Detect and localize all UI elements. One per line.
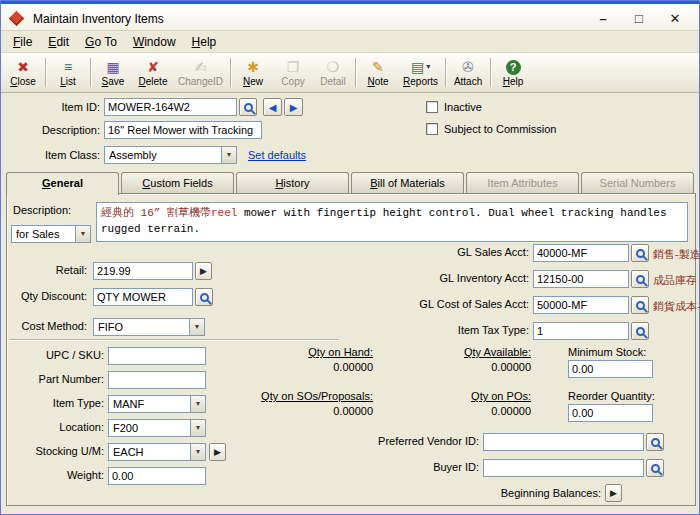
toolbar-separator	[490, 58, 491, 87]
menu-go-to[interactable]: Go To	[77, 32, 125, 52]
stocking-um-label: Stocking U/M:	[1, 445, 104, 457]
tab-general[interactable]: General	[6, 172, 119, 195]
qty-available-label[interactable]: Qty Available:	[413, 346, 531, 358]
retail-input[interactable]	[93, 262, 193, 280]
copy-label: Copy	[281, 76, 304, 87]
location-value: F200	[113, 422, 188, 434]
save-button[interactable]: ▦ Save	[93, 54, 133, 91]
arrow-icon: ▶	[214, 447, 221, 457]
close-button[interactable]: ✖ Close	[3, 54, 43, 91]
part-number-label: Part Number:	[1, 373, 104, 385]
subject-to-commission-label[interactable]: Subject to Commission	[444, 123, 557, 135]
minimize-button[interactable]: –	[587, 9, 619, 29]
minimum-stock-label: Minimum Stock:	[568, 346, 646, 358]
dropdown-arrow-icon[interactable]: ▼	[190, 396, 205, 412]
help-icon: ?	[506, 60, 521, 75]
item-type-select[interactable]: MANF ▼	[108, 395, 206, 413]
tab-custom-fields[interactable]: Custom Fields	[121, 172, 234, 193]
menu-window[interactable]: Window	[125, 32, 184, 52]
item-id-lookup-button[interactable]	[239, 98, 257, 116]
dropdown-arrow-icon[interactable]: ▼	[190, 420, 205, 436]
close-label: Close	[10, 76, 36, 87]
tab-history[interactable]: History	[236, 172, 349, 193]
maximize-button[interactable]: □	[623, 9, 655, 29]
qty-discount-input[interactable]	[93, 288, 193, 306]
next-record-button[interactable]: ▶	[284, 98, 303, 116]
item-description-textarea[interactable]: 經典的 16” 割草機帶reel mower with fingertip he…	[96, 202, 688, 242]
set-defaults-link[interactable]: Set defaults	[248, 149, 306, 161]
app-icon[interactable]	[9, 11, 25, 27]
gl-sales-acct-lookup-button[interactable]	[631, 244, 649, 262]
dropdown-arrow-icon[interactable]: ▼	[75, 226, 90, 242]
location-select[interactable]: F200 ▼	[108, 419, 206, 437]
cost-method-select[interactable]: FIFO ▼	[93, 318, 205, 336]
item-id-label: Item ID:	[3, 101, 100, 113]
menu-edit[interactable]: Edit	[40, 32, 77, 52]
qty-on-sos-proposals-label[interactable]: Qty on SOs/Proposals:	[235, 390, 373, 402]
qty-discount-lookup-button[interactable]	[195, 288, 213, 306]
description-mode-value: for Sales	[16, 228, 73, 240]
copy-button: ❐ Copy	[273, 54, 313, 91]
gl-sales-acct-input[interactable]	[533, 244, 629, 262]
item-id-input[interactable]	[104, 98, 237, 116]
minimum-stock-input[interactable]	[568, 360, 653, 378]
gl-inventory-acct-input[interactable]	[533, 270, 629, 288]
delete-icon: ✘	[147, 59, 159, 75]
subject-to-commission-checkbox[interactable]	[426, 123, 438, 135]
help-button[interactable]: ? Help	[493, 54, 533, 91]
delete-label: Delete	[139, 76, 168, 87]
dropdown-arrow-icon[interactable]: ▼	[189, 319, 204, 335]
toolbar-separator	[45, 58, 46, 87]
weight-input[interactable]	[108, 467, 206, 485]
arrow-icon: ▶	[610, 488, 617, 498]
beginning-balances-button[interactable]: ▶	[605, 484, 622, 502]
inactive-checkbox[interactable]	[426, 101, 438, 113]
new-label: New	[243, 76, 263, 87]
new-button[interactable]: ✱ New	[233, 54, 273, 91]
gl-cost-of-sales-acct-label: GL Cost of Sales Acct:	[377, 298, 529, 310]
reorder-quantity-input[interactable]	[568, 404, 653, 422]
stocking-um-select[interactable]: EACH ▼	[108, 443, 206, 461]
list-button[interactable]: ≡ List	[48, 54, 88, 91]
preferred-vendor-id-input[interactable]	[483, 433, 644, 451]
header-description-input[interactable]	[104, 121, 262, 139]
upc-sku-input[interactable]	[108, 347, 206, 365]
save-icon: ▦	[106, 59, 119, 75]
attach-label: Attach	[454, 76, 482, 87]
buyer-id-input[interactable]	[483, 459, 644, 477]
attach-button[interactable]: ✇ Attach	[448, 54, 488, 91]
tab-serial-numbers: Serial Numbers	[581, 172, 694, 193]
gl-inventory-acct-lookup-button[interactable]	[631, 270, 649, 288]
menu-help[interactable]: Help	[184, 32, 225, 52]
next-record-icon: ▶	[290, 102, 298, 113]
qty-on-hand-label[interactable]: Qty on Hand:	[255, 346, 373, 358]
reports-button[interactable]: ▤▾ Reports	[398, 54, 443, 91]
item-class-select[interactable]: Assembly ▼	[104, 146, 237, 164]
reorder-quantity-label: Reorder Quantity:	[568, 390, 655, 402]
dropdown-arrow-icon[interactable]: ▼	[190, 444, 205, 460]
dropdown-arrow-icon[interactable]: ▼	[221, 147, 236, 163]
gl-inventory-acct-description: 成品庫存	[653, 273, 697, 288]
detail-icon: ❍	[327, 59, 340, 75]
close-window-button[interactable]: ✕	[659, 9, 691, 29]
menu-file[interactable]: File	[5, 32, 40, 52]
gl-cost-of-sales-acct-input[interactable]	[533, 296, 629, 314]
description-mode-select[interactable]: for Sales ▼	[11, 225, 91, 243]
qty-on-pos-label[interactable]: Qty on POs:	[421, 390, 531, 402]
stocking-um-detail-button[interactable]: ▶	[209, 443, 226, 461]
note-button[interactable]: ✎ Note	[358, 54, 398, 91]
description-label: Description:	[13, 204, 71, 216]
buyer-id-lookup-button[interactable]	[646, 459, 664, 477]
detail-label: Detail	[320, 76, 346, 87]
tab-bill-of-materials[interactable]: Bill of Materials	[351, 172, 464, 193]
inactive-label[interactable]: Inactive	[444, 101, 482, 113]
previous-record-button[interactable]: ◀	[263, 98, 282, 116]
delete-button[interactable]: ✘ Delete	[133, 54, 173, 91]
retail-detail-button[interactable]: ▶	[195, 262, 212, 280]
part-number-input[interactable]	[108, 371, 206, 389]
item-tax-type-input[interactable]	[533, 322, 629, 340]
preferred-vendor-id-lookup-button[interactable]	[646, 433, 664, 451]
description-cjk-text: 經典的 16” 割草機帶	[101, 207, 211, 219]
item-tax-type-lookup-button[interactable]	[631, 322, 649, 340]
gl-cost-of-sales-acct-lookup-button[interactable]	[631, 296, 649, 314]
